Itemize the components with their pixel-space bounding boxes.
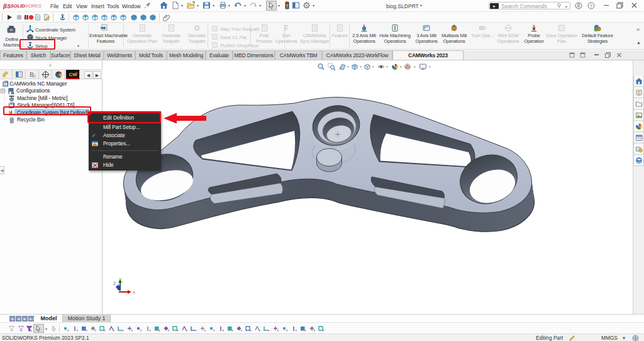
svg-text:?: ?	[590, 3, 592, 9]
svg-text:x: x	[133, 289, 135, 295]
svg-text:Z: Z	[113, 281, 116, 286]
svg-text:WORKS: WORKS	[24, 3, 42, 9]
svg-text:SOLID: SOLID	[11, 3, 25, 9]
svg-text:βS: βS	[3, 3, 11, 9]
svg-text:Y: Y	[119, 277, 122, 282]
